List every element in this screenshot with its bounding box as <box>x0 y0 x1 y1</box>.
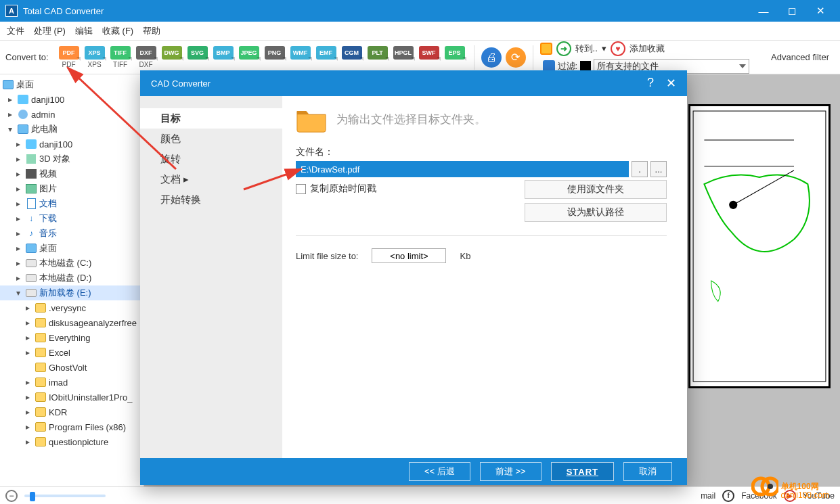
cad-preview <box>688 104 831 388</box>
menu-help[interactable]: 帮助 <box>143 25 160 37</box>
watermark: 单机100网 danji100.com <box>751 473 829 500</box>
dialog-nav-item[interactable]: 目标 <box>140 108 282 129</box>
menu-file[interactable]: 文件 <box>7 25 24 37</box>
format-png-button[interactable]: PNG <box>263 46 287 68</box>
goto-dropdown-icon[interactable]: ▾ <box>602 43 606 53</box>
tree-item[interactable]: ▸本地磁盘 (C:) <box>0 256 143 271</box>
use-source-folder-button[interactable]: 使用源文件夹 <box>525 180 667 199</box>
add-favorite-button[interactable]: 添加收藏 <box>629 43 665 55</box>
format-badge-icon: WMF <box>290 46 311 60</box>
facebook-icon[interactable]: f <box>722 490 734 502</box>
tree-item[interactable]: ▸♪音乐 <box>0 226 143 241</box>
cancel-button[interactable]: 取消 <box>623 462 672 481</box>
advanced-filter-link[interactable]: Advanced filter <box>771 52 835 62</box>
tree-item[interactable]: ▸admin <box>0 107 143 122</box>
tree-item[interactable]: GhostVolt <box>0 360 143 375</box>
menu-edit[interactable]: 编辑 <box>75 25 93 37</box>
tree-item-icon <box>35 302 46 313</box>
window-close-button[interactable]: ✕ <box>806 1 835 20</box>
dialog-close-button[interactable]: ✕ <box>666 76 676 91</box>
format-emf-button[interactable]: EMF <box>314 46 338 68</box>
tree-item[interactable]: ▾新加载卷 (E:) <box>0 285 143 300</box>
dialog-nav-item[interactable]: 文档 ▸ <box>140 169 282 189</box>
dialog-nav-item[interactable]: 颜色 <box>140 129 282 149</box>
tree-root[interactable]: 桌面 <box>0 77 143 92</box>
menu-process[interactable]: 处理 (P) <box>34 25 66 37</box>
format-bmp-button[interactable]: BMP <box>211 46 236 68</box>
dialog-nav-item[interactable]: 开始转换 <box>140 189 282 210</box>
format-xps-button[interactable]: XPSXPS <box>83 46 107 68</box>
favorite-icon: ♥ <box>611 41 625 56</box>
tree-item[interactable]: ▸questionpicture <box>0 434 143 449</box>
format-wmf-button[interactable]: WMF <box>288 46 313 68</box>
tree-item[interactable]: ▸danji100 <box>0 92 143 107</box>
mail-link[interactable]: mail <box>701 491 715 501</box>
filename-browse-button[interactable]: ... <box>650 161 667 177</box>
tree-item[interactable]: ▸3D 对象 <box>0 152 143 166</box>
tree-item[interactable]: ▸IObitUninstaller1Pro_ <box>0 390 143 405</box>
tree-item-icon <box>26 168 37 179</box>
format-plt-button[interactable]: PLT <box>366 46 390 68</box>
dialog-heading: 为输出文件选择目标文件夹。 <box>336 112 486 127</box>
app-icon: A <box>5 5 18 17</box>
tree-item[interactable]: ▸Program Files (x86) <box>0 419 143 434</box>
dialog-nav-item[interactable]: 旋转 <box>140 149 282 169</box>
tree-item-icon <box>35 347 46 358</box>
refresh-button[interactable]: ⟳ <box>506 47 526 68</box>
dialog-footer: << 后退 前进 >> START 取消 <box>140 458 687 485</box>
copy-timestamp-checkbox[interactable] <box>296 184 306 194</box>
format-svg-button[interactable]: SVG <box>185 46 210 68</box>
tree-item[interactable]: ▸桌面 <box>0 241 143 256</box>
tree-item[interactable]: ▸danji100 <box>0 137 143 152</box>
tree-item[interactable]: ▸本地磁盘 (D:) <box>0 271 143 285</box>
next-button[interactable]: 前进 >> <box>480 462 541 481</box>
tree-item[interactable]: ▸KDR <box>0 405 143 419</box>
zoom-out-button[interactable]: − <box>5 490 18 502</box>
tree-item[interactable]: ▸图片 <box>0 181 143 196</box>
tree-item[interactable]: ▾此电脑 <box>0 122 143 137</box>
filename-input[interactable] <box>296 161 629 177</box>
back-button[interactable]: << 后退 <box>409 462 470 481</box>
tree-item[interactable]: ▸Everything <box>0 330 143 345</box>
start-button[interactable]: START <box>551 462 614 481</box>
window-minimize-button[interactable]: — <box>749 1 778 20</box>
tree-caret-icon: ▸ <box>26 437 32 446</box>
pro-icon <box>540 43 552 55</box>
tree-item[interactable]: ▸diskusageanalyzerfree <box>0 315 143 330</box>
tree-item[interactable]: ▸↓下载 <box>0 211 143 226</box>
tree-caret-icon: ▸ <box>26 348 32 357</box>
zoom-slider[interactable] <box>24 495 106 497</box>
tree-item[interactable]: ▸视频 <box>0 166 143 181</box>
tree-caret-icon: ▸ <box>26 377 32 387</box>
tree-item-icon <box>35 377 46 388</box>
format-jpeg-button[interactable]: JPEG <box>237 46 261 68</box>
menubar: 文件 处理 (P) 编辑 收藏 (F) 帮助 <box>0 22 840 41</box>
window-maximize-button[interactable]: ◻ <box>778 1 806 20</box>
format-dwg-button[interactable]: DWG <box>160 46 184 68</box>
set-default-path-button[interactable]: 设为默认路径 <box>525 203 667 222</box>
filename-dot-button[interactable]: . <box>632 161 648 177</box>
format-eps-button[interactable]: EPS <box>443 46 467 68</box>
format-pdf-button[interactable]: PDFPDF <box>57 46 81 68</box>
tree-item[interactable]: ▸文档 <box>0 196 143 211</box>
tree-item[interactable]: ▸Excel <box>0 345 143 360</box>
goto-button[interactable]: 转到.. <box>575 43 598 55</box>
format-hpgl-button[interactable]: HPGL <box>391 46 416 68</box>
format-dxf-button[interactable]: DXFDXF <box>134 46 158 68</box>
format-cgm-button[interactable]: CGM <box>340 46 364 68</box>
limit-filesize-input[interactable] <box>372 248 446 263</box>
format-tiff-button[interactable]: TIFFTIFF <box>108 46 133 68</box>
tree-item-icon <box>26 258 37 269</box>
format-swf-button[interactable]: SWF <box>417 46 441 68</box>
tree-caret-icon: ▸ <box>26 318 32 327</box>
tree-item[interactable]: ▸imad <box>0 375 143 390</box>
tree-item[interactable]: ▸.verysync <box>0 300 143 315</box>
format-label: DXF <box>139 61 153 68</box>
menu-fav[interactable]: 收藏 (F) <box>102 25 133 37</box>
folder-tree[interactable]: 桌面 ▸danji100▸admin▾此电脑▸danji100▸3D 对象▸视频… <box>0 74 144 486</box>
print-button[interactable]: 🖨 <box>481 47 502 68</box>
tree-item-label: diskusageanalyzerfree <box>49 318 137 328</box>
format-badge-icon: XPS <box>85 46 105 60</box>
format-badge-icon: SVG <box>187 46 208 60</box>
dialog-help-button[interactable]: ? <box>647 76 654 91</box>
